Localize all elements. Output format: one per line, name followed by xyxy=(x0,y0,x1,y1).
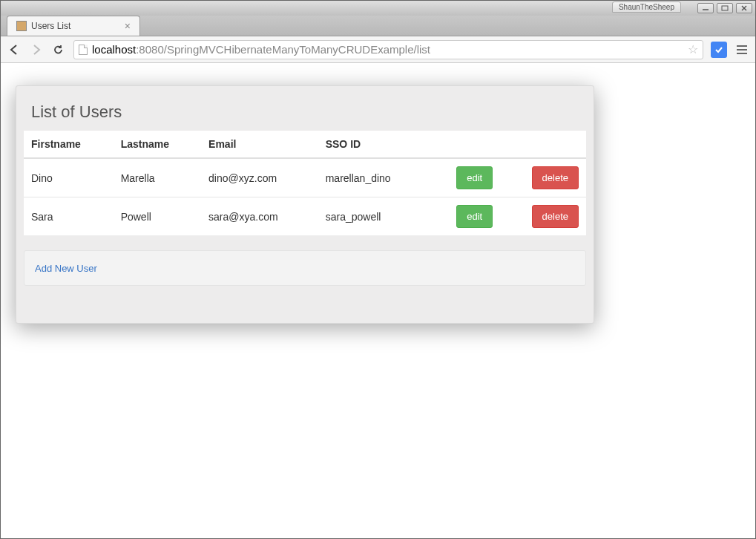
table-row: Sara Powell sara@xya.com sara_powell edi… xyxy=(24,197,586,236)
browser-tab[interactable]: Users List × xyxy=(7,16,140,36)
delete-button[interactable]: delete xyxy=(532,205,579,228)
tab-strip: Users List × xyxy=(1,16,755,36)
url-text: localhost:8080/SpringMVCHibernateManyToM… xyxy=(92,43,430,56)
forward-button[interactable] xyxy=(29,42,44,57)
add-user-well: Add New User xyxy=(24,250,586,286)
page-container: List of Users Firstname Lastname Email S… xyxy=(16,85,740,324)
svg-rect-1 xyxy=(722,6,728,10)
page-title: List of Users xyxy=(24,97,586,131)
cell-firstname: Dino xyxy=(24,158,114,197)
back-button[interactable] xyxy=(7,42,22,57)
url-bar[interactable]: localhost:8080/SpringMVCHibernateManyToM… xyxy=(73,40,703,59)
delete-button[interactable]: delete xyxy=(532,166,579,189)
add-new-user-link[interactable]: Add New User xyxy=(35,263,97,274)
col-sso: SSO ID xyxy=(318,131,430,158)
tab-title: Users List xyxy=(31,21,70,31)
table-header-row: Firstname Lastname Email SSO ID xyxy=(24,131,586,158)
viewport: List of Users Firstname Lastname Email S… xyxy=(1,63,755,538)
cell-email: dino@xyz.com xyxy=(201,158,318,197)
bookmark-star-icon[interactable]: ☆ xyxy=(688,42,698,56)
cell-delete: delete xyxy=(500,197,586,236)
close-window-button[interactable] xyxy=(736,3,752,13)
col-firstname: Firstname xyxy=(24,131,114,158)
tab-close-icon[interactable]: × xyxy=(125,20,131,32)
reload-button[interactable] xyxy=(51,42,66,57)
users-table: Firstname Lastname Email SSO ID Dino Mar… xyxy=(24,131,586,235)
tab-favicon xyxy=(16,21,27,31)
cell-lastname: Powell xyxy=(114,197,201,236)
browser-toolbar: localhost:8080/SpringMVCHibernateManyToM… xyxy=(1,36,755,63)
url-port: :8080 xyxy=(136,43,164,56)
cell-sso: marellan_dino xyxy=(318,158,430,197)
col-delete xyxy=(500,131,586,158)
cell-email: sara@xya.com xyxy=(201,197,318,236)
table-row: Dino Marella dino@xyz.com marellan_dino … xyxy=(24,158,586,197)
cell-firstname: Sara xyxy=(24,197,114,236)
cell-edit: edit xyxy=(430,158,501,197)
url-hostname: localhost xyxy=(92,43,136,56)
cell-lastname: Marella xyxy=(114,158,201,197)
col-lastname: Lastname xyxy=(114,131,201,158)
browser-menu-button[interactable] xyxy=(734,42,749,57)
edit-button[interactable]: edit xyxy=(456,205,493,228)
col-edit xyxy=(430,131,501,158)
col-email: Email xyxy=(201,131,318,158)
page-icon xyxy=(79,45,88,55)
extension-icon[interactable] xyxy=(711,42,727,58)
minimize-button[interactable] xyxy=(697,3,714,13)
maximize-button[interactable] xyxy=(717,3,733,13)
edit-button[interactable]: edit xyxy=(456,166,493,189)
cell-edit: edit xyxy=(430,197,501,236)
users-panel: List of Users Firstname Lastname Email S… xyxy=(16,85,594,324)
user-label: ShaunTheSheep xyxy=(612,1,681,13)
url-path: /SpringMVCHibernateManyToManyCRUDExample… xyxy=(164,43,430,56)
cell-delete: delete xyxy=(500,158,586,197)
title-bar: ShaunTheSheep xyxy=(1,1,755,16)
cell-sso: sara_powell xyxy=(318,197,430,236)
window-frame: ShaunTheSheep Users List × localhost:808… xyxy=(0,0,756,539)
